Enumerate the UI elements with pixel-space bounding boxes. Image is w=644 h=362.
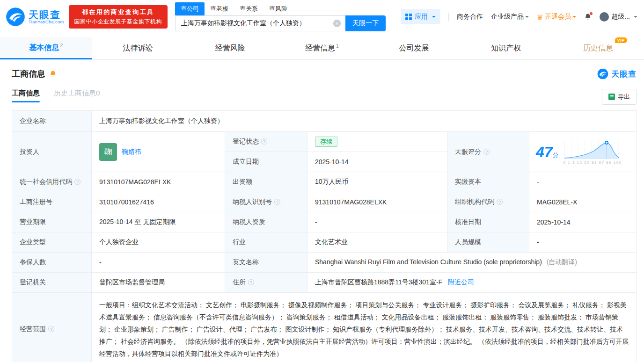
search-tab-boss[interactable]: 查老板 bbox=[205, 2, 234, 15]
label-text: 组织机构代码 bbox=[455, 198, 494, 205]
help-icon[interactable]: ? bbox=[497, 199, 503, 205]
search-tab-company[interactable]: 查公司 bbox=[175, 2, 205, 15]
field-uscc-label: 统一社会信用代码? bbox=[12, 172, 92, 192]
search-input[interactable] bbox=[175, 15, 345, 31]
chevron-down-icon bbox=[432, 16, 436, 20]
subtab-history-business-info[interactable]: 历史工商信息0 bbox=[54, 89, 100, 102]
top-header: 天眼查 TianYanCha.com 都在用的商业查询工具 国家中小企业发展子基… bbox=[0, 0, 644, 34]
tianyancha-watermark: 天眼查 bbox=[597, 68, 637, 80]
field-company-name-label: 企业名称 bbox=[12, 111, 92, 132]
investor-name-link[interactable]: 鞠婧祎 bbox=[122, 148, 141, 156]
apps-label: 应用 bbox=[415, 13, 428, 21]
search-tabs: 查公司 查老板 查关系 查风险 bbox=[175, 2, 386, 15]
field-company-name-value: 上海万事如祎影视文化工作室（个人独资） bbox=[92, 111, 637, 132]
tab-business-info[interactable]: 经营信息1 bbox=[276, 37, 368, 59]
label-text: 统一社会信用代码 bbox=[20, 178, 72, 185]
field-uscc-value: 91310107MAG028ELXK bbox=[92, 172, 225, 192]
chevron-down-icon bbox=[634, 16, 637, 20]
field-address-value: 上海市普陀区曹杨路1888弄11号3楼301室-F 附近公司 bbox=[307, 273, 637, 293]
tab-intellectual-property[interactable]: 知识产权 bbox=[460, 37, 552, 59]
user-avatar bbox=[600, 12, 609, 22]
enterprise-product-menu[interactable]: 企业级产品 bbox=[491, 13, 529, 21]
auto-translate-note: (自动翻译) bbox=[547, 258, 577, 266]
subtab-business-info[interactable]: 工商信息 bbox=[12, 89, 40, 102]
section-title: 工商信息 bbox=[12, 68, 45, 80]
tab-company-development[interactable]: 公司发展 bbox=[368, 37, 460, 59]
tab-count: 2 bbox=[60, 43, 63, 48]
investor-avatar[interactable]: 鞠 bbox=[99, 143, 117, 161]
help-icon[interactable]: ? bbox=[74, 179, 80, 185]
vip-badge: VIP bbox=[615, 37, 627, 43]
tab-legal-proceedings[interactable]: 法律诉讼 bbox=[92, 37, 184, 59]
apps-menu[interactable]: 应用 bbox=[401, 9, 440, 24]
label-text: 纳税人识别号 bbox=[233, 198, 272, 205]
field-staff-value: - bbox=[529, 232, 637, 253]
logo-name: 天眼查 bbox=[29, 9, 64, 20]
tab-history-info[interactable]: 历史信息VIP bbox=[552, 37, 644, 59]
search-tab-relation[interactable]: 查关系 bbox=[234, 2, 263, 15]
header-right: 应用 商务合作 企业级产品 ♛ 开通会员 超级... bbox=[401, 9, 637, 24]
field-establish-label: 成立日期 bbox=[225, 152, 307, 172]
field-approve-value: 2025-10-14 bbox=[529, 212, 637, 232]
tianyancha-logo[interactable]: 天眼查 TianYanCha.com bbox=[6, 7, 64, 27]
user-menu[interactable]: 超级... bbox=[600, 12, 637, 22]
slogan-line1: 都在用的商业查询工具 bbox=[74, 8, 162, 16]
field-type-value: 个人独资企业 bbox=[92, 232, 225, 253]
table-row: 营业期限 2025-10-14 至 无固定期限 纳税人资质 - 核准日期 202… bbox=[12, 212, 637, 232]
field-investor-value: 鞠 鞠婧祎 bbox=[92, 132, 225, 172]
field-capital-label: 出资额 bbox=[225, 172, 307, 192]
biz-coop-link[interactable]: 商务合作 bbox=[457, 13, 483, 21]
clear-icon[interactable]: × bbox=[333, 20, 341, 27]
field-type-label: 企业类型 bbox=[12, 232, 92, 253]
field-reg-status-value: 存续 bbox=[307, 132, 447, 152]
vip-join-menu[interactable]: ♛ 开通会员 bbox=[537, 13, 576, 21]
score-unit: 分 bbox=[553, 152, 559, 159]
score-number: 47 bbox=[536, 144, 553, 160]
label-text: 天眼评分 bbox=[455, 148, 481, 155]
chevron-down-icon bbox=[572, 16, 576, 20]
help-icon[interactable]: ? bbox=[248, 279, 254, 285]
watermark-text: 天眼查 bbox=[611, 69, 637, 80]
search-button[interactable]: 天眼一下 bbox=[345, 15, 386, 31]
field-industry-value: 文化艺术业 bbox=[307, 232, 447, 253]
table-row: 登记机关 普陀区市场监督管理局 住所? 上海市普陀区曹杨路1888弄11号3楼3… bbox=[12, 273, 637, 293]
export-button[interactable]: 导出 bbox=[602, 89, 637, 105]
field-en-name-value: Shanghai Wanshi Ruyi Film and Television… bbox=[307, 253, 637, 273]
field-staff-label: 人员规模 bbox=[447, 232, 529, 253]
slogan-line2: 国家中小企业发展子基金旗下机构 bbox=[74, 18, 162, 26]
help-icon[interactable]: ? bbox=[261, 138, 267, 145]
export-label: 导出 bbox=[618, 93, 630, 101]
status-badge: 存续 bbox=[315, 137, 337, 147]
nearby-companies-link[interactable]: 附近公司 bbox=[448, 278, 474, 286]
tianyancha-logo-icon bbox=[597, 68, 608, 80]
field-paid-capital-label: 实缴资本 bbox=[447, 172, 529, 192]
field-reg-no-label: 工商注册号 bbox=[12, 192, 92, 212]
apps-grid-icon bbox=[405, 14, 412, 20]
field-org-code-value: MAG028EL-X bbox=[529, 192, 637, 212]
table-row: 工商注册号 310107001627416 纳税人识别号? 91310107MA… bbox=[12, 192, 637, 212]
crown-icon: ♛ bbox=[537, 14, 543, 21]
help-icon[interactable]: ? bbox=[48, 326, 54, 332]
search-tab-risk[interactable]: 查风险 bbox=[263, 2, 293, 15]
notification-dot bbox=[590, 12, 593, 15]
field-approve-label: 核准日期 bbox=[447, 212, 529, 232]
field-taxpayer-label: 纳税人识别号? bbox=[225, 192, 307, 212]
tab-business-risk[interactable]: 经营风险 bbox=[184, 37, 276, 59]
notification-bell[interactable] bbox=[584, 13, 592, 21]
divider bbox=[448, 13, 449, 21]
address-text: 上海市普陀区曹杨路1888弄11号3楼301室-F bbox=[315, 278, 442, 286]
business-info-table: 企业名称 上海万事如祎影视文化工作室（个人独资） 投资人 鞠 鞠婧祎 登记状态?… bbox=[12, 110, 637, 362]
vip-join-label: 开通会员 bbox=[545, 13, 571, 21]
tab-label: 经营风险 bbox=[215, 44, 245, 52]
field-authority-value: 普陀区市场监督管理局 bbox=[92, 273, 225, 293]
export-excel-icon bbox=[608, 94, 615, 100]
field-investor-label: 投资人 bbox=[12, 132, 92, 172]
help-icon[interactable]: ? bbox=[274, 199, 280, 205]
field-insured-label: 参保人数 bbox=[12, 253, 92, 273]
help-icon[interactable]: ? bbox=[483, 149, 490, 155]
monitor-bell-icon[interactable] bbox=[49, 70, 57, 78]
label-text: 住所 bbox=[233, 278, 246, 286]
field-en-name-label: 英文名称 bbox=[225, 253, 307, 273]
tab-basic-info[interactable]: 基本信息2 bbox=[0, 37, 92, 59]
tab-label: 知识产权 bbox=[491, 44, 521, 52]
